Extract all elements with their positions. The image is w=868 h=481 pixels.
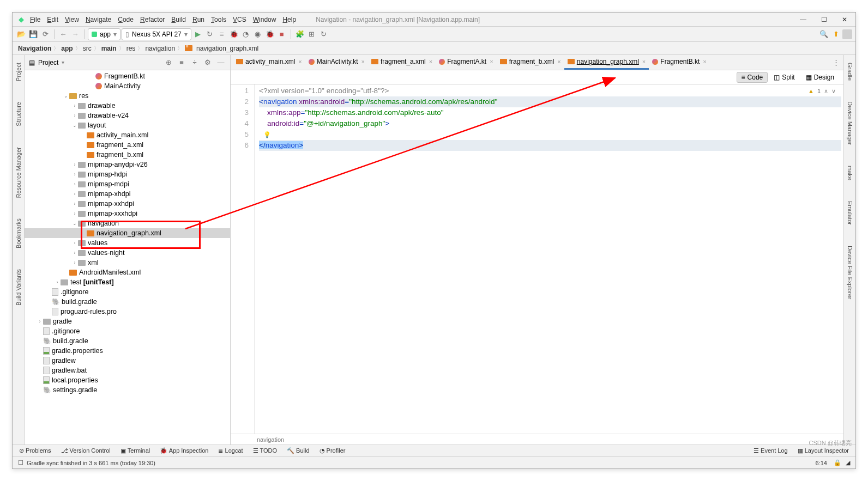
tool-window-device-file-explorer[interactable]: Device File Explorer bbox=[847, 243, 853, 301]
tool-window-device-manager[interactable]: Device Manager bbox=[847, 99, 853, 147]
menu-build[interactable]: Build bbox=[168, 15, 189, 25]
settings-icon[interactable]: ⚙ bbox=[203, 58, 213, 68]
editor-tab[interactable]: FragmentB.kt× bbox=[649, 56, 709, 70]
design-view-button[interactable]: ▦Design bbox=[801, 72, 839, 83]
user-icon[interactable] bbox=[842, 29, 852, 39]
lock-icon[interactable]: 🔒 bbox=[834, 459, 841, 466]
code-view-button[interactable]: ≡Code bbox=[737, 72, 768, 83]
tree-item[interactable]: ⌄navigation bbox=[25, 218, 230, 228]
tree-item[interactable]: ›mipmap-anydpi-v26 bbox=[25, 160, 230, 169]
tool-window-build-variants[interactable]: Build Variants bbox=[15, 267, 22, 308]
tree-item[interactable]: fragment_b.xml bbox=[25, 150, 230, 160]
tool-layout-inspector[interactable]: ▦ Layout Inspector bbox=[798, 447, 849, 454]
breadcrumb-item[interactable]: res bbox=[126, 45, 136, 52]
sync-icon[interactable]: ⟳ bbox=[40, 29, 51, 40]
stop-button[interactable]: ■ bbox=[276, 29, 287, 40]
tree-item[interactable]: activity_main.xml bbox=[25, 130, 230, 140]
error-stripe[interactable] bbox=[837, 84, 843, 434]
tree-item[interactable]: .gitignore bbox=[25, 326, 230, 336]
debug-tools-icon[interactable]: ≡ bbox=[216, 29, 227, 40]
tree-item[interactable]: gradlew.bat bbox=[25, 366, 230, 375]
tree-item[interactable]: ›values-night bbox=[25, 248, 230, 258]
menu-refactor[interactable]: Refactor bbox=[137, 15, 168, 25]
open-icon[interactable]: 📂 bbox=[16, 29, 27, 40]
tree-item[interactable]: ⌄res bbox=[25, 91, 230, 101]
tree-item[interactable]: ›drawable-v24 bbox=[25, 111, 230, 120]
run-button[interactable]: ▶ bbox=[192, 29, 203, 40]
tool-problems[interactable]: ⊘ Problems bbox=[19, 447, 51, 454]
avd-icon[interactable]: 🧩 bbox=[294, 29, 305, 40]
project-tree[interactable]: FragmentB.ktMainActivity⌄res›drawable›dr… bbox=[25, 70, 230, 445]
editor-tab[interactable]: FragmentA.kt× bbox=[436, 56, 496, 70]
menu-file[interactable]: File bbox=[27, 15, 44, 25]
tree-item[interactable]: ›drawable bbox=[25, 101, 230, 111]
menu-view[interactable]: View bbox=[62, 15, 82, 25]
editor-tab[interactable]: activity_main.xml× bbox=[233, 56, 305, 70]
tree-item[interactable]: ›xml bbox=[25, 258, 230, 267]
stop-icon[interactable]: 🐞 bbox=[264, 29, 275, 40]
breadcrumb-item[interactable]: navigation bbox=[145, 45, 175, 52]
tool-window-gradle[interactable]: Gradle bbox=[847, 60, 853, 83]
tree-item[interactable]: ›mipmap-xhdpi bbox=[25, 189, 230, 199]
menu-window[interactable]: Window bbox=[250, 15, 280, 25]
tree-item[interactable]: ›mipmap-hdpi bbox=[25, 169, 230, 179]
tool-version-control[interactable]: ⎇ Version Control bbox=[61, 447, 111, 454]
tree-item[interactable]: ⌄layout bbox=[25, 120, 230, 130]
maximize-button[interactable]: ☐ bbox=[819, 15, 828, 24]
tree-item[interactable]: ›values bbox=[25, 238, 230, 248]
tool-window-resource-manager[interactable]: Resource Manager bbox=[15, 145, 22, 200]
menu-edit[interactable]: Edit bbox=[44, 15, 62, 25]
module-selector[interactable]: app▾ bbox=[88, 28, 120, 40]
breadcrumb-item[interactable]: Navigation bbox=[18, 45, 51, 52]
tool-event-log[interactable]: ☰ Event Log bbox=[754, 447, 788, 454]
tool-window-bookmarks[interactable]: Bookmarks bbox=[15, 216, 22, 251]
notifications-icon[interactable]: ⬆ bbox=[830, 29, 841, 40]
split-view-button[interactable]: ◫Split bbox=[769, 72, 799, 83]
tool-app-inspection[interactable]: 🐞 App Inspection bbox=[160, 447, 208, 454]
code-editor[interactable]: 123456 ▲1 ∧∨ <?xml version="1.0" encodin… bbox=[231, 84, 843, 434]
tool-profiler[interactable]: ◔ Profiler bbox=[320, 447, 346, 454]
debug-icon[interactable]: 🐞 bbox=[228, 29, 239, 40]
tree-item[interactable]: fragment_a.xml bbox=[25, 140, 230, 150]
editor-tab[interactable]: fragment_a.xml× bbox=[368, 56, 436, 70]
indicator-icon[interactable]: ◢ bbox=[846, 459, 850, 466]
expand-icon[interactable]: ≡ bbox=[177, 58, 186, 68]
tree-item[interactable]: 🐘build.gradle bbox=[25, 297, 230, 307]
tree-item[interactable]: ›gradle bbox=[25, 316, 230, 326]
editor-tab[interactable]: fragment_b.xml× bbox=[497, 56, 564, 70]
tree-item[interactable]: FragmentB.kt bbox=[25, 71, 230, 81]
project-view-selector[interactable]: Project bbox=[38, 59, 58, 66]
tree-item[interactable]: 🐘settings.gradle bbox=[25, 385, 230, 395]
tree-item[interactable]: MainActivity bbox=[25, 81, 230, 91]
tree-item[interactable]: gradlew bbox=[25, 356, 230, 366]
breadcrumb-item[interactable]: src bbox=[83, 45, 92, 52]
menu-code[interactable]: Code bbox=[114, 15, 137, 25]
tool-window-emulator[interactable]: Emulator bbox=[847, 199, 853, 227]
minimize-button[interactable]: — bbox=[799, 15, 807, 24]
sync-gradle-icon[interactable]: ↻ bbox=[318, 29, 329, 40]
profile-icon[interactable]: ◔ bbox=[240, 29, 251, 40]
breadcrumb-item[interactable]: main bbox=[101, 45, 117, 52]
coverage-icon[interactable]: ↻ bbox=[204, 29, 215, 40]
tree-item[interactable]: ›test [unitTest] bbox=[25, 277, 230, 287]
tree-item[interactable]: ›mipmap-mdpi bbox=[25, 179, 230, 189]
menu-tools[interactable]: Tools bbox=[208, 15, 230, 25]
inspection-widget[interactable]: ▲1 ∧∨ bbox=[808, 86, 836, 96]
target-icon[interactable]: ⊕ bbox=[164, 58, 173, 68]
tool-window-make[interactable]: make bbox=[847, 163, 853, 182]
tree-item[interactable]: gradle.properties bbox=[25, 346, 230, 356]
tool-todo[interactable]: ☰ TODO bbox=[253, 447, 277, 454]
code-content[interactable]: ▲1 ∧∨ <?xml version="1.0" encoding="utf-… bbox=[255, 84, 843, 434]
tree-item[interactable]: navigation_graph.xml bbox=[25, 228, 230, 238]
tree-item[interactable]: ›mipmap-xxhdpi bbox=[25, 199, 230, 209]
editor-tab[interactable]: navigation_graph.xml× bbox=[564, 56, 649, 70]
tool-logcat[interactable]: ≣ Logcat bbox=[218, 447, 243, 454]
tabs-menu-icon[interactable]: ⋮ bbox=[830, 57, 841, 68]
tool-window-structure[interactable]: Structure bbox=[15, 100, 22, 129]
tool-build[interactable]: 🔨 Build bbox=[287, 447, 310, 454]
hint-bulb-icon[interactable]: 💡 bbox=[263, 131, 271, 138]
device-selector[interactable]: ▯ Nexus 5X API 27▾ bbox=[122, 28, 191, 40]
hide-icon[interactable]: — bbox=[216, 58, 226, 68]
editor-tab[interactable]: MainActivity.kt× bbox=[305, 56, 368, 70]
attach-icon[interactable]: ◉ bbox=[252, 29, 263, 40]
